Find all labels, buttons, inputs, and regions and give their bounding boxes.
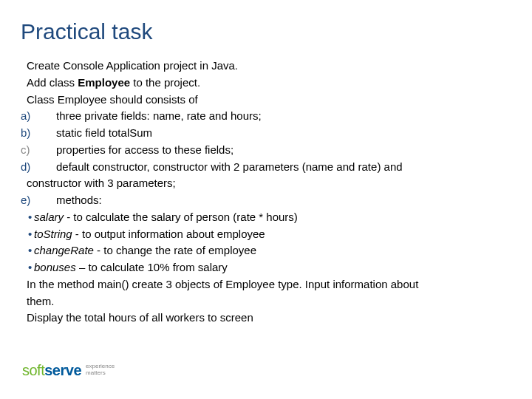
- conclusion-line-1b: them.: [21, 293, 511, 310]
- intro-line-3: Class Employee should consists of: [21, 92, 511, 108]
- slide-title: Practical task: [21, 19, 511, 44]
- intro-line-2-strong: Employee: [78, 76, 130, 89]
- list-text-line1: default constructor, constructor with 2 …: [56, 160, 403, 173]
- list-item-b: b) static field totalSum: [21, 125, 511, 141]
- list-item-d-cont: constructor with 3 parameters;: [21, 175, 511, 191]
- method-name: changeRate: [34, 244, 94, 256]
- list-item-c: c) properties for access to these fields…: [21, 142, 511, 158]
- method-tostring: toString - to output information about e…: [21, 226, 511, 242]
- intro-line-2: Add class Employee to the project.: [21, 75, 511, 91]
- list-marker: d): [21, 159, 47, 175]
- intro-line-1: Create Console Application project in Ja…: [21, 58, 511, 74]
- list-marker: a): [21, 108, 47, 124]
- method-bonuses: bonuses – to calculate 10% from salary: [21, 259, 511, 276]
- logo-tag-2: matters: [86, 370, 115, 377]
- method-name: salary: [34, 211, 64, 223]
- logo-tagline: experience matters: [86, 364, 115, 377]
- slide-body: Create Console Application project in Ja…: [21, 58, 511, 326]
- list-item-d: d) default constructor, constructor with…: [21, 159, 511, 175]
- methods-list: salary - to calculate the salary of pers…: [21, 209, 511, 276]
- list-item-a: a) three private fields: name, rate and …: [21, 108, 511, 124]
- list-text: three private fields: name, rate and hou…: [56, 109, 262, 122]
- method-name: bonuses: [34, 261, 76, 273]
- intro-line-2-pre: Add class: [27, 76, 78, 89]
- list-marker: c): [21, 142, 47, 158]
- slide-container: Practical task Create Console Applicatio…: [0, 0, 532, 326]
- method-salary: salary - to calculate the salary of pers…: [21, 209, 511, 225]
- list-marker: e): [21, 192, 47, 208]
- method-changerate: changeRate - to change the rate of emplo…: [21, 242, 511, 259]
- conclusion-line-1a: In the method main() create 3 objects of…: [21, 276, 511, 293]
- list-text: static field totalSum: [56, 126, 152, 139]
- list-text: methods:: [56, 194, 102, 206]
- intro-line-2-post: to the project.: [130, 76, 200, 89]
- logo-soft: soft: [22, 362, 44, 379]
- ordered-list: a) three private fields: name, rate and …: [21, 108, 511, 174]
- conclusion-line-2: Display the total hours of all workers t…: [21, 310, 511, 326]
- ordered-list-cont: e) methods:: [21, 192, 511, 208]
- list-item-e: e) methods:: [21, 192, 511, 208]
- logo-serve: serve: [44, 362, 81, 379]
- list-marker: b): [21, 125, 47, 141]
- method-name: toString: [34, 228, 72, 240]
- method-desc: - to change the rate of employee: [94, 244, 256, 256]
- method-desc: – to calculate 10% from salary: [76, 261, 228, 273]
- softserve-logo: softserve experience matters: [22, 361, 115, 380]
- method-desc: - to calculate the salary of person (rat…: [64, 211, 298, 223]
- list-text: properties for access to these fields;: [56, 143, 233, 156]
- method-desc: - to output information about employee: [72, 228, 265, 240]
